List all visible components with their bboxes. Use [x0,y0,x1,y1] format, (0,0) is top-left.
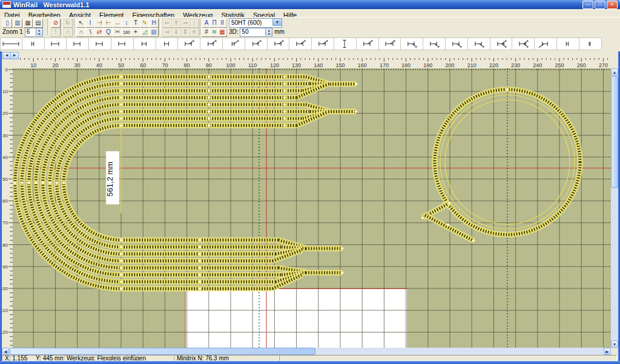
turnout-right-item-9[interactable] [379,37,401,50]
turnout-right-item-7[interactable] [312,37,334,50]
turnout-down-item-2[interactable] [423,37,446,50]
horizontal-scrollbar-thumb[interactable] [10,348,315,355]
tunnel-tool[interactable]: ∩ [76,28,86,37]
minimize-button[interactable]: — [582,1,593,9]
nav-left-button: ⇐ [162,19,172,28]
track-system-dropdown[interactable]: 50HT (600) ▼ [229,18,282,28]
zoom-input[interactable]: 6 ▲▼ [25,28,43,37]
svg-text:20: 20 [2,111,8,116]
vertical-track-item[interactable] [334,37,357,50]
connect-tool[interactable]: ⊣ [94,19,104,28]
height-3d-input[interactable]: 50 ▲▼ [240,28,272,37]
svg-text:20: 20 [52,62,58,68]
straight-tiny-item[interactable] [22,37,45,50]
nav-updown-button: ⇕ [180,28,190,37]
move-tool[interactable]: ⇄ [94,28,104,37]
menu-bar: DateiBearbeitenAnsichtElementEigenschaft… [0,9,620,17]
turnout-right-item-4[interactable] [245,37,268,50]
turnout-right-item-1-icon [178,38,199,50]
new-file-button[interactable]: ▯ [2,19,12,28]
turnout-right-item-2[interactable] [200,37,223,50]
background-image-tool[interactable]: ▧ [149,28,159,37]
turnout-right-item-6[interactable] [289,37,312,50]
colors-button[interactable]: ▦ [217,28,227,37]
turnout-right-item-5[interactable] [268,37,290,50]
flex-track-item[interactable] [0,37,22,50]
chevron-down-icon[interactable]: ▼ [272,19,282,26]
text-tool[interactable]: T [131,19,140,28]
toolbar-separator [159,19,161,35]
scroll-down-icon[interactable]: ▼ [611,340,618,348]
save-button[interactable]: ▦ [23,19,33,28]
stretch-vertical-tool[interactable]: ↕ [122,19,131,28]
turnout-down-item-4-icon [468,38,489,50]
nav-list-button: ⋮ [190,19,199,28]
title-bar[interactable]: WinRail Westerwald1.1 — □ × [0,0,620,9]
svg-text:10: 10 [2,89,8,94]
straight-stub-item[interactable] [579,37,602,50]
turnout-down-item-3-icon [446,38,466,50]
vertical-scrollbar[interactable]: ▲ ▼ [611,68,618,348]
view-ii-button[interactable]: II [217,19,227,28]
zoom-control: Zoom 1 6 ▲▼ [2,28,43,36]
turnout-right-item-9-icon [379,38,400,50]
turnout-down-item-1[interactable] [401,37,423,50]
three-way-item-1[interactable] [490,37,513,50]
delete-button[interactable]: ⊘ [51,19,61,28]
print-button[interactable]: ▤ [33,19,43,28]
draw-tool[interactable]: ✎ [140,19,150,28]
straight-tiny-item-2-icon [557,38,578,50]
turnout-right-item-3[interactable] [223,37,245,50]
straight-item-2-icon [67,38,87,50]
toolbar-separator [226,19,229,35]
restore-button[interactable]: □ [595,1,605,9]
turnout-down-item-4[interactable] [468,37,490,50]
svg-text:120: 120 [270,62,279,68]
svg-text:190: 190 [423,62,432,68]
select-tool[interactable]: ↖ [76,19,86,28]
straight-item-2[interactable] [67,37,89,50]
open-file-button[interactable]: ▥ [13,19,22,28]
rotate-180-tool[interactable]: 180 [122,28,131,37]
svg-text:110: 110 [248,62,257,68]
vertical-ruler: 0102030405060708090100110120 [2,68,13,348]
turnout-right-item-4-icon [245,38,266,50]
straight-short-item-1[interactable] [134,37,156,50]
measure-tool[interactable]: H [149,19,159,28]
horizontal-scrollbar[interactable]: ◀ ▶ [2,348,611,355]
disconnect-tool[interactable]: ⊢ [104,19,113,28]
straight-short-item-2[interactable] [156,37,179,50]
straight-item-4[interactable] [111,37,134,50]
straight-tiny-item-2[interactable] [557,37,579,50]
turnout-down-left-item-icon [535,38,555,50]
svg-text:0: 0 [5,68,8,73]
track-plan-canvas[interactable]: 561,2 mm [13,68,611,348]
insert-element-tool[interactable]: I [85,19,95,28]
cut-tool[interactable]: ✂ [113,28,122,37]
scroll-left-icon[interactable]: ◀ [2,348,9,355]
turnout-right-item-1[interactable] [178,37,200,50]
gradient-tool[interactable]: ◿ [140,28,150,37]
straight-item-3[interactable] [89,37,111,50]
svg-text:40: 40 [2,155,8,160]
line-tool[interactable]: ∖ [85,28,95,37]
svg-text:250: 250 [555,62,564,68]
pan-tool[interactable]: + [131,28,140,37]
zoom-spinner-icon[interactable]: ▲▼ [36,28,42,36]
straight-item-1[interactable] [45,37,67,50]
zoom-tool[interactable]: Q [104,28,113,37]
scroll-right-icon[interactable]: ▶ [604,348,611,355]
close-button[interactable]: × [607,1,618,9]
tunnel-portal-button: ∩ [63,28,73,37]
horizontal-ruler: 1020304050607080901001101201301401501601… [0,57,618,68]
three-way-item-2[interactable] [512,37,535,50]
height-spinner-icon[interactable]: ▲▼ [265,28,272,36]
turnout-right-item-8[interactable] [357,37,379,50]
svg-text:70: 70 [2,220,8,226]
turnout-down-left-item[interactable] [535,37,557,50]
scroll-up-icon[interactable]: ▲ [611,68,618,76]
turnout-down-item-3[interactable] [446,37,468,50]
stretch-horizontal-tool[interactable]: ↔ [113,19,122,28]
statusbar-coordinates: X: 1.155 Y: 445 mm [2,355,64,361]
vertical-scrollbar-thumb[interactable] [611,76,618,188]
